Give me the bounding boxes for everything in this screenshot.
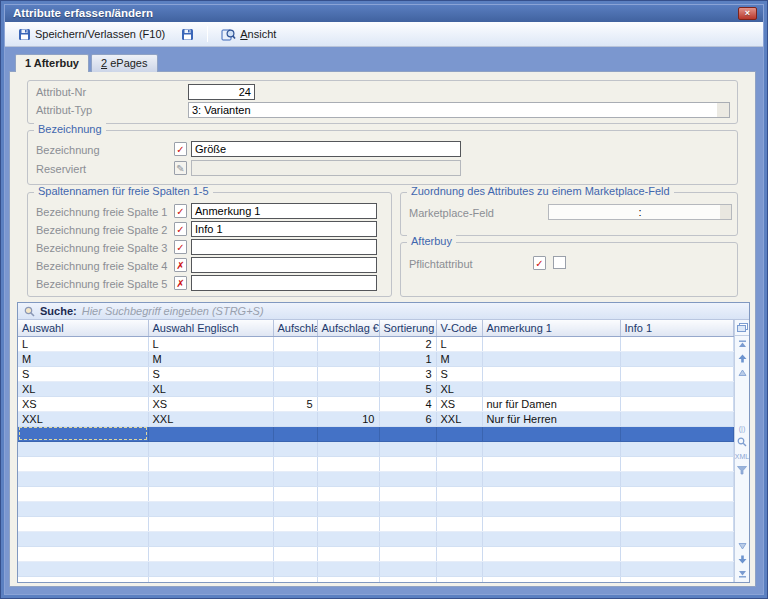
grid-cell[interactable]: S — [436, 366, 482, 381]
grid-cell[interactable] — [273, 501, 317, 516]
table-row[interactable]: MM1M — [18, 351, 734, 366]
grid-cell[interactable] — [317, 576, 379, 582]
grid-cell[interactable] — [18, 426, 148, 441]
grid-cell[interactable] — [436, 501, 482, 516]
column-header[interactable]: Sortierung — [379, 320, 436, 336]
grid-cell[interactable] — [273, 561, 317, 576]
table-row[interactable]: LL2L — [18, 336, 734, 351]
grid-cell[interactable] — [620, 546, 734, 561]
column-header[interactable]: Aufschlag € — [317, 320, 379, 336]
empty-row[interactable] — [18, 531, 734, 546]
column-header[interactable]: Auswahl Englisch — [148, 320, 273, 336]
grid-cell[interactable] — [317, 381, 379, 396]
table-row[interactable]: XXLXXL106XXLNur für Herren — [18, 411, 734, 426]
attribut-nr-input[interactable]: 24 — [188, 84, 255, 100]
grid-cell[interactable] — [436, 576, 482, 582]
column-header[interactable]: Anmerkung 1 — [482, 320, 620, 336]
spalte1-input[interactable]: Anmerkung 1 — [191, 203, 377, 219]
grid-cell[interactable]: M — [148, 351, 273, 366]
column-header[interactable]: Info 1 — [620, 320, 734, 336]
grid-cell[interactable] — [482, 531, 620, 546]
grid-cell[interactable] — [482, 501, 620, 516]
grid-cell[interactable]: 5 — [273, 396, 317, 411]
grid-cell[interactable] — [18, 531, 148, 546]
grid-cell[interactable] — [317, 441, 379, 456]
empty-row[interactable] — [18, 486, 734, 501]
save-button[interactable] — [174, 25, 201, 44]
grid-cell[interactable]: XL — [18, 381, 148, 396]
grid-cell[interactable]: XS — [436, 396, 482, 411]
nav-next-row-button[interactable] — [736, 540, 749, 551]
grid-cell[interactable]: 10 — [317, 411, 379, 426]
grid-cell[interactable]: XS — [148, 396, 273, 411]
grid-cell[interactable] — [148, 441, 273, 456]
grid-cell[interactable] — [482, 456, 620, 471]
grid-cell[interactable] — [273, 531, 317, 546]
empty-row[interactable] — [18, 471, 734, 486]
grid-cell[interactable] — [482, 576, 620, 582]
grid-cell[interactable] — [18, 516, 148, 531]
grid-cell[interactable]: L — [148, 336, 273, 351]
grid-cell[interactable] — [148, 576, 273, 582]
view-button[interactable]: Ansicht — [214, 25, 283, 44]
bezeichnung-input[interactable]: Größe — [191, 141, 461, 157]
grid-cell[interactable] — [273, 456, 317, 471]
nav-prev-page-button[interactable] — [736, 353, 749, 364]
grid-cell[interactable] — [18, 441, 148, 456]
grid-cell[interactable] — [273, 411, 317, 426]
grid-cell[interactable] — [18, 561, 148, 576]
grid-cell[interactable] — [317, 471, 379, 486]
grid-cell[interactable] — [18, 501, 148, 516]
grid-cell[interactable] — [148, 561, 273, 576]
grid-cell[interactable] — [317, 336, 379, 351]
spalte4-input[interactable] — [191, 257, 377, 273]
grid-cell[interactable] — [620, 351, 734, 366]
grid-cell[interactable] — [620, 426, 734, 441]
grid-cell[interactable]: 6 — [379, 411, 436, 426]
grid-cell[interactable] — [620, 396, 734, 411]
grid-cell[interactable] — [620, 486, 734, 501]
grid-cell[interactable] — [317, 546, 379, 561]
nav-next-page-button[interactable] — [736, 554, 749, 565]
grid-cell[interactable] — [148, 501, 273, 516]
grid-cell[interactable] — [317, 366, 379, 381]
grid-cell[interactable] — [317, 501, 379, 516]
grid-cell[interactable]: 5 — [379, 381, 436, 396]
tab-epages[interactable]: 2 ePages — [91, 54, 158, 72]
grid-cell[interactable] — [620, 561, 734, 576]
pflichtattribut-checkbox[interactable] — [553, 256, 566, 269]
column-header[interactable]: Auswahl — [18, 320, 148, 336]
grid-cell[interactable]: L — [18, 336, 148, 351]
grid-cell[interactable] — [148, 546, 273, 561]
empty-row[interactable] — [18, 576, 734, 582]
grid-cell[interactable] — [620, 531, 734, 546]
grid-cell[interactable] — [379, 516, 436, 531]
grid-cell[interactable] — [379, 501, 436, 516]
grid-search-button[interactable] — [736, 437, 749, 448]
grid-cell[interactable] — [18, 486, 148, 501]
grid-cell[interactable] — [482, 546, 620, 561]
grid-cell[interactable]: XXL — [148, 411, 273, 426]
grid-cell[interactable]: XL — [436, 381, 482, 396]
grid-cell[interactable]: 4 — [379, 396, 436, 411]
grid-cell[interactable] — [273, 351, 317, 366]
empty-row[interactable] — [18, 561, 734, 576]
filter-button[interactable] — [736, 465, 749, 476]
grid-cell[interactable] — [18, 546, 148, 561]
grid-cell[interactable] — [379, 531, 436, 546]
grid-cell[interactable] — [482, 351, 620, 366]
column-header[interactable]: V-Code — [436, 320, 482, 336]
grid-cell[interactable] — [482, 561, 620, 576]
doc-check-icon[interactable]: ✓ — [174, 142, 187, 156]
spalte5-input[interactable] — [191, 275, 377, 291]
grid-cell[interactable] — [273, 366, 317, 381]
grid-cell[interactable] — [379, 456, 436, 471]
grid-cell[interactable] — [273, 426, 317, 441]
grid-cell[interactable] — [482, 381, 620, 396]
empty-row[interactable] — [18, 441, 734, 456]
grid-cell[interactable]: XS — [18, 396, 148, 411]
grid-cell[interactable] — [379, 441, 436, 456]
spalte2-input[interactable]: Info 1 — [191, 221, 377, 237]
grid-cell[interactable]: Nur für Herren — [482, 411, 620, 426]
grid-cell[interactable] — [620, 501, 734, 516]
